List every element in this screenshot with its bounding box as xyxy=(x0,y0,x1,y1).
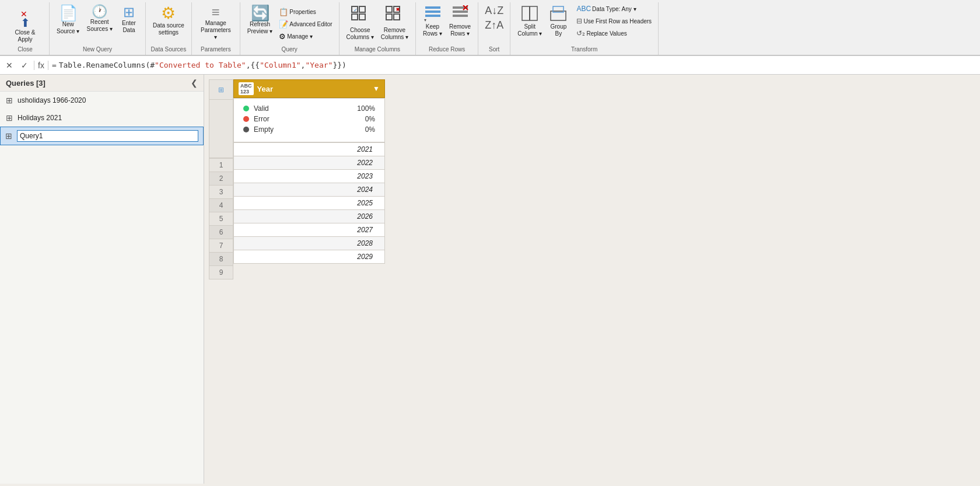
sidebar-header: Queries [3] ❮ xyxy=(0,75,204,92)
properties-icon: 📋 xyxy=(279,8,288,16)
cell-year-9: 2029 xyxy=(234,250,385,264)
recent-sources-button[interactable]: 🕐 RecentSources ▾ xyxy=(83,4,116,34)
table-row: 2022 xyxy=(234,156,385,170)
row-num-cell: 2 xyxy=(209,172,233,186)
ribbon-group-data-sources: ⚙ Data sourcesettings Data Sources xyxy=(146,2,192,55)
svg-rect-17 xyxy=(453,15,468,17)
quality-empty-row: Empty 0% xyxy=(243,125,375,134)
advanced-editor-icon: 📝 xyxy=(279,20,288,29)
new-query-group-label: New Query xyxy=(53,46,142,54)
query-item-query1[interactable]: ⊞ xyxy=(0,127,204,145)
empty-dot xyxy=(243,127,249,132)
replace-values-button[interactable]: ↺₂ Replace Values xyxy=(573,28,654,39)
enter-data-icon: ⊞ xyxy=(123,5,135,19)
query-name-edit-input[interactable] xyxy=(17,130,198,142)
ribbon-group-new-query: 📄 NewSource ▾ 🕐 RecentSources ▾ ⊞ EnterD… xyxy=(50,2,146,55)
table-row: 2 xyxy=(209,172,233,186)
table-row: 2024 xyxy=(234,183,385,197)
formula-fx-label: fx xyxy=(34,61,48,70)
remove-rows-icon xyxy=(452,5,469,23)
empty-label: Empty xyxy=(254,125,360,134)
query-table-icon-1: ⊞ xyxy=(6,96,13,105)
svg-rect-11 xyxy=(425,6,440,9)
query-group-label: Query xyxy=(244,46,335,54)
queries-title: Queries [3] xyxy=(6,79,46,88)
split-column-button[interactable]: SplitColumn ▾ xyxy=(514,4,545,39)
close-group-label: Close xyxy=(5,46,46,54)
formula-eq: = xyxy=(52,61,57,69)
svg-rect-5 xyxy=(386,6,392,12)
choose-columns-icon: ✓ xyxy=(351,5,369,26)
quality-section: Valid 100% Error 0% Empty 0% xyxy=(233,98,385,142)
formula-cancel-button[interactable]: ✕ xyxy=(4,60,15,71)
group-by-button[interactable]: GroupBy xyxy=(545,4,571,39)
row-num-quality-spacer xyxy=(209,100,233,158)
svg-rect-3 xyxy=(359,14,365,20)
main-area: Queries [3] ❮ ⊞ usholidays 1966-2020 ⊞ H… xyxy=(0,75,980,484)
svg-text:✓: ✓ xyxy=(354,8,358,13)
group-by-icon xyxy=(550,5,567,23)
table-row: 2025 xyxy=(234,197,385,210)
manage-columns-group-label: Manage Columns xyxy=(343,46,412,54)
column-type-icon: ABC123 xyxy=(239,82,254,95)
query-name-2: Holidays 2021 xyxy=(18,114,62,122)
cell-year-5: 2025 xyxy=(234,197,385,210)
manage-button[interactable]: ⚙ Manage ▾ xyxy=(276,31,335,42)
table-row: 2027 xyxy=(234,223,385,237)
cell-year-4: 2024 xyxy=(234,183,385,197)
remove-columns-button[interactable]: RemoveColumns ▾ xyxy=(377,4,412,43)
enter-data-button[interactable]: ⊞ EnterData xyxy=(116,4,142,36)
new-source-icon: 📄 xyxy=(59,5,78,20)
row-num-cell: 3 xyxy=(209,186,233,199)
refresh-preview-button[interactable]: 🔄 RefreshPreview ▾ xyxy=(244,4,276,45)
remove-columns-icon xyxy=(385,5,404,26)
close-apply-label: Close & Apply xyxy=(8,29,42,43)
row-num-cell: 7 xyxy=(209,239,233,253)
new-source-button[interactable]: 📄 NewSource ▾ xyxy=(53,4,83,37)
use-first-row-button[interactable]: ⊟ Use First Row as Headers xyxy=(573,16,654,26)
ribbon-group-transform: SplitColumn ▾ GroupBy ABC Data Type: Any… xyxy=(510,2,659,55)
cell-year-6: 2026 xyxy=(234,210,385,223)
close-apply-button[interactable]: ✕ ⬆ Close & Apply xyxy=(5,4,46,45)
properties-button[interactable]: 📋 Properties xyxy=(276,6,335,18)
formula-input[interactable]: = Table.RenameColumns(#"Converted to Tab… xyxy=(52,61,977,69)
quality-error-row: Error 0% xyxy=(243,115,375,123)
data-type-button[interactable]: ABC Data Type: Any ▾ xyxy=(573,4,654,14)
advanced-editor-button[interactable]: 📝 Advanced Editor xyxy=(276,19,335,30)
query-name-1: usholidays 1966-2020 xyxy=(18,96,86,104)
sort-za-button[interactable]: Z↑A xyxy=(482,18,506,33)
table-grid-icon: ⊞ xyxy=(218,86,224,94)
cell-year-1: 2021 xyxy=(234,143,385,156)
table-row: 7 xyxy=(209,239,233,253)
remove-rows-button[interactable]: RemoveRows ▾ xyxy=(446,4,474,39)
table-row: 3 xyxy=(209,186,233,199)
choose-columns-button[interactable]: ✓ ChooseColumns ▾ xyxy=(343,4,377,43)
quality-valid-row: Valid 100% xyxy=(243,104,375,113)
row-num-header-spacer: ⊞ xyxy=(209,79,233,100)
sidebar-collapse-button[interactable]: ❮ xyxy=(191,78,198,88)
table-row: 2026 xyxy=(234,210,385,223)
valid-pct: 100% xyxy=(357,104,375,113)
ribbon-group-close: ✕ ⬆ Close & Apply Close xyxy=(1,2,50,55)
table-row: 6 xyxy=(209,226,233,239)
formula-function: Table.RenameColumns( xyxy=(59,61,150,69)
ribbon-group-query: 🔄 RefreshPreview ▾ 📋 Properties 📝 Advanc… xyxy=(240,2,340,55)
data-table-container[interactable]: ⊞ 1 2 3 4 5 6 7 xyxy=(204,75,980,484)
manage-parameters-icon: ≡ xyxy=(212,5,220,19)
formula-confirm-button[interactable]: ✓ xyxy=(19,60,30,71)
table-row: 5 xyxy=(209,212,233,226)
query-item-holidays2021[interactable]: ⊞ Holidays 2021 xyxy=(0,109,204,127)
keep-rows-button[interactable]: ▾ KeepRows ▾ xyxy=(419,4,446,39)
data-area: ⊞ 1 2 3 4 5 6 7 xyxy=(204,75,980,484)
query-item-usholidays[interactable]: ⊞ usholidays 1966-2020 xyxy=(0,92,204,109)
data-source-settings-button[interactable]: ⚙ Data sourcesettings xyxy=(149,4,188,38)
column-dropdown-button[interactable]: ▼ xyxy=(373,85,380,93)
ribbon-group-reduce-rows: ▾ KeepRows ▾ RemoveRows ▾ Reduce Rows xyxy=(416,2,478,55)
error-dot xyxy=(243,116,249,122)
valid-label: Valid xyxy=(254,104,352,113)
year-column-header[interactable]: ABC123 Year ▼ xyxy=(233,79,385,98)
ribbon-group-parameters: ≡ ManageParameters ▾ Parameters xyxy=(192,2,240,55)
manage-parameters-button[interactable]: ≡ ManageParameters ▾ xyxy=(195,4,236,43)
ribbon: ✕ ⬆ Close & Apply Close 📄 NewSource ▾ 🕐 … xyxy=(0,0,980,56)
sort-az-button[interactable]: A↓Z xyxy=(482,4,506,18)
